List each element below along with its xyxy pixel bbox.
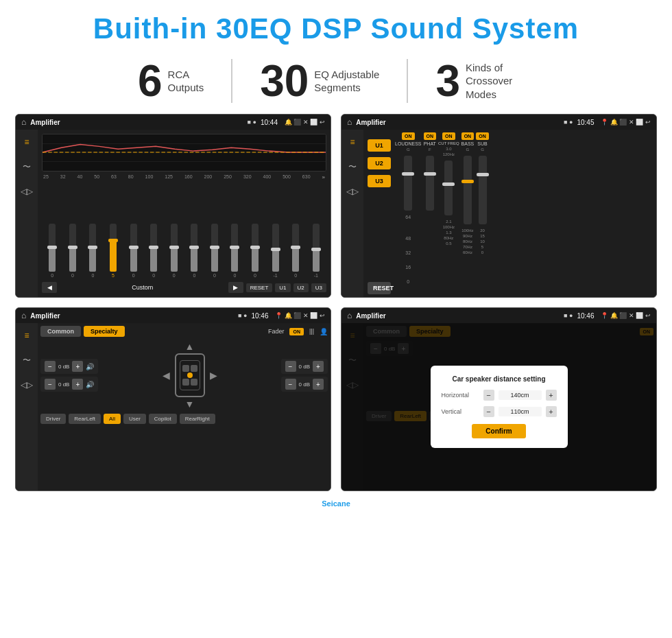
arrow-up: ▲ [185,341,195,352]
eq-u3-btn[interactable]: U3 [311,283,326,292]
fader-sidebar-icon3[interactable]: ◁▷ [19,377,35,393]
vertical-plus-btn[interactable]: + [546,406,557,417]
ch-cutfreq-toggle[interactable]: ON [442,132,455,140]
ch-sub-toggle[interactable]: ON [476,132,489,140]
fader-status-bar: ⌂ Amplifier ■ ● 10:46 📍 🔔 ⬛ ✕ ⬜ ↩ [16,308,331,323]
eq-custom-label: Custom [60,284,226,291]
stat-label-rca: RCAOutputs [168,68,204,95]
eq-slider-8: 0 [185,224,204,278]
ch-cutfreq-name: CUT FREQ [438,141,459,145]
eq-app-title: Amplifier [30,119,243,126]
sidebar-wave-icon[interactable]: 〜 [19,158,35,175]
fader-bl-plus[interactable]: + [72,379,83,390]
ch-loudness: ON LOUDNESS G 64 48 32 16 [395,132,422,294]
horizontal-plus-btn[interactable]: + [546,390,557,401]
preset-u3[interactable]: U3 [368,175,391,187]
fader-person-icon: 👤 [320,328,328,335]
eq-slider-13: 0 [287,224,305,278]
btn-all[interactable]: All [104,414,121,424]
dialog-status-bar: ⌂ Amplifier ■ ● 10:46 📍 🔔 ⬛ ✕ ⬜ ↩ [341,308,656,323]
fader-tr-minus[interactable]: − [285,361,296,372]
page-title: Buith-in 30EQ DSP Sound System [0,12,672,45]
eq-icons-right: 🔔 ⬛ ✕ ⬜ ↩ [285,119,325,126]
ch-loudness-slider[interactable] [404,156,412,211]
preset-u2[interactable]: U2 [368,157,391,169]
fader-tl-minus[interactable]: − [45,361,56,372]
ch-loudness-val: 64 [405,215,411,220]
tab-specialty[interactable]: Specialty [84,326,125,337]
ch-bass-toggle[interactable]: ON [461,132,475,140]
eq-prev-btn[interactable]: ◀ [42,282,57,293]
btn-rear-right[interactable]: RearRight [180,414,215,424]
eq-sidebar: ≡ 〜 ◁▷ [16,130,38,297]
ch-loudness-toggle[interactable]: ON [402,132,415,140]
ch-cutfreq-slider[interactable] [444,161,453,215]
fader-br-minus[interactable]: − [285,379,296,390]
amp-icons-right: 📍 🔔 ⬛ ✕ ⬜ ↩ [601,119,651,126]
amp-sidebar-icon1[interactable]: ≡ [344,134,361,150]
eq-sliders: 0 0 0 5 0 [42,183,326,278]
ch-phat-slider[interactable] [426,156,434,211]
ch-sub-slider[interactable] [479,156,487,224]
fader-bars-icon: ||| [309,328,314,335]
btn-copilot[interactable]: Copilot [149,414,177,424]
btn-driver[interactable]: Driver [40,414,66,424]
sidebar-eq-icon[interactable]: ≡ [19,134,35,150]
fader-tr-plus[interactable]: + [313,361,324,372]
header: Buith-in 30EQ DSP Sound System [0,0,672,52]
fader-content: ≡ 〜 ◁▷ Common Specialty Fader ON ||| 👤 [16,323,331,491]
eq-slider-5: 0 [124,224,143,278]
ch-sub-name: SUB [477,141,487,146]
eq-freq-labels: 2532405063 80100125160200 25032040050063… [42,174,326,180]
amp-reset-btn[interactable]: RESET [368,282,391,294]
car-inner [180,360,200,390]
horizontal-minus-btn[interactable]: − [483,390,494,401]
eq-slider-2: 0 [64,224,82,278]
ch-cutfreq: ON CUT FREQ 3.0 120Hz 2.1 100Hz 1.3 80Hz… [438,132,459,294]
arrow-down: ▼ [185,399,195,410]
btn-rear-left[interactable]: RearLeft [69,414,101,424]
preset-u1[interactable]: U1 [368,139,391,152]
amp-channels: ON LOUDNESS G 64 48 32 16 [395,132,652,294]
eq-u1-btn[interactable]: U1 [275,283,290,292]
eq-main-area: 2532405063 80100125160200 25032040050063… [38,130,331,297]
fader-sidebar-icon1[interactable]: ≡ [19,327,35,344]
vertical-minus-btn[interactable]: − [483,406,494,417]
home-icon[interactable]: ⌂ [21,117,26,127]
eq-u2-btn[interactable]: U2 [293,283,309,292]
amp-presets: U1 U2 U3 RESET [368,132,391,294]
fader-sidebar-icon2[interactable]: 〜 [19,352,35,368]
dialog-overlay: Car speaker distance setting Horizontal … [341,323,656,491]
eq-next-btn[interactable]: ▶ [228,282,243,293]
amp-sidebar-icon3[interactable]: ◁▷ [344,183,361,200]
eq-slider-9: 0 [206,224,224,278]
dialog-home-icon[interactable]: ⌂ [347,311,352,320]
amp-sidebar-icon2[interactable]: 〜 [344,158,361,175]
eq-reset-btn[interactable]: RESET [246,283,273,292]
stat-number-eq: 30 [260,59,309,103]
fader-bl-minus[interactable]: − [45,379,56,390]
confirm-button[interactable]: Confirm [472,424,525,438]
ch-phat-toggle[interactable]: ON [424,132,437,140]
fader-home-icon[interactable]: ⌂ [21,311,26,320]
amp-status-icons: ■ ● [564,119,573,126]
fader-br-plus[interactable]: + [313,379,324,390]
eq-slider-14: -1 [307,224,326,278]
fader-tl-plus[interactable]: + [72,361,83,372]
amp-screen: ⌂ Amplifier ■ ● 10:45 📍 🔔 ⬛ ✕ ⬜ ↩ ≡ 〜 ◁▷… [341,114,657,298]
sidebar-speaker-icon[interactable]: ◁▷ [19,183,35,200]
amp-home-icon[interactable]: ⌂ [347,117,352,127]
stat-number-rca: 6 [138,59,163,103]
dialog-status-icons: ■ ● [564,312,573,319]
fader-main-area: Common Specialty Fader ON ||| 👤 − 0 dB + [38,323,331,491]
fader-tab-bar: Common Specialty Fader ON ||| 👤 [40,326,328,337]
eq-slider-10: 0 [226,224,244,278]
btn-user[interactable]: User [123,414,146,424]
dialog-title: Car speaker distance setting [442,375,557,383]
ch-loudness-sub: G [407,147,410,152]
fader-on-badge: ON [289,328,304,335]
ch-bass-slider[interactable] [464,156,472,224]
arrow-right: ▶ [210,370,217,381]
tab-common[interactable]: Common [40,326,81,337]
eq-slider-6: 0 [145,224,163,278]
